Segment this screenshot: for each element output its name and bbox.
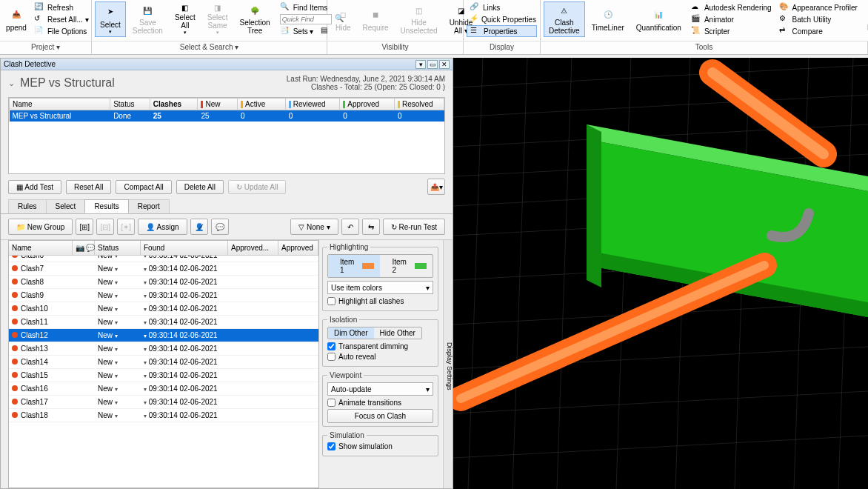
- tab-rules[interactable]: Rules: [8, 199, 47, 213]
- clash-row[interactable]: Clash10New ▾▾ 09:30:14 02-06-2021: [9, 302, 318, 316]
- found-dropdown-icon[interactable]: ▾: [144, 413, 147, 419]
- col-approved[interactable]: Approved: [340, 99, 395, 110]
- group-button[interactable]: [⊞]: [76, 219, 93, 235]
- quick-properties-button[interactable]: ⚡Quick Properties: [467, 13, 537, 25]
- unassign-button[interactable]: 👤̸: [190, 219, 208, 235]
- clash-row[interactable]: Clash12New ▾▾ 09:30:14 02-06-2021: [9, 329, 318, 342]
- item2-toggle[interactable]: Item 2: [380, 255, 432, 277]
- status-dropdown-icon[interactable]: ▾: [115, 386, 118, 393]
- clash-row[interactable]: Clash14New ▾▾ 09:30:14 02-06-2021: [9, 356, 318, 369]
- animate-transitions-checkbox[interactable]: Animate transitions: [327, 399, 433, 407]
- status-dropdown-icon[interactable]: ▾: [115, 333, 118, 339]
- status-dropdown-icon[interactable]: ▾: [115, 319, 118, 326]
- status-dropdown-icon[interactable]: ▾: [115, 359, 118, 366]
- append-button[interactable]: 📥 ppend: [3, 1, 30, 37]
- col-active[interactable]: Active: [237, 99, 285, 110]
- save-selection-button[interactable]: 💾Save Selection: [127, 1, 168, 37]
- status-dropdown-icon[interactable]: ▾: [115, 346, 118, 353]
- found-dropdown-icon[interactable]: ▾: [144, 319, 147, 326]
- auto-reveal-checkbox[interactable]: Auto reveal: [327, 353, 433, 361]
- col-reviewed[interactable]: Reviewed: [285, 99, 340, 110]
- comment-button[interactable]: 💬: [211, 219, 229, 235]
- import-export-button[interactable]: 📤▾: [427, 179, 445, 195]
- highlight-all-checkbox[interactable]: Highlight all clashes: [327, 297, 433, 305]
- clash-row[interactable]: Clash17New ▾▾ 09:30:14 02-06-2021: [9, 396, 318, 409]
- clash-row[interactable]: Clash6New ▾▾ 09:30:14 02-06-2021: [9, 256, 318, 262]
- select-same-button[interactable]: ◨Select Same▾: [202, 1, 233, 37]
- reset-all-button[interactable]: ↺Reset All... ▾: [31, 13, 92, 25]
- found-dropdown-icon[interactable]: ▾: [144, 293, 147, 299]
- display-settings-flyout[interactable]: Display Settings: [443, 240, 453, 488]
- clash-row[interactable]: Clash15New ▾▾ 09:30:14 02-06-2021: [9, 369, 318, 382]
- focus-on-clash-button[interactable]: Focus on Clash: [327, 409, 433, 423]
- tab-select[interactable]: Select: [46, 199, 86, 213]
- autodesk-rendering-button[interactable]: ☁Autodesk Rendering: [688, 1, 775, 13]
- found-dropdown-icon[interactable]: ▾: [144, 333, 147, 339]
- results-col-approvedby[interactable]: Approved...: [228, 241, 278, 255]
- hide-other-toggle[interactable]: Hide Other: [374, 327, 421, 339]
- filter-none-button[interactable]: ▽ None ▾: [290, 219, 338, 235]
- col-resolved[interactable]: Resolved: [394, 99, 444, 110]
- tab-report[interactable]: Report: [128, 199, 170, 213]
- animator-button[interactable]: 🎬Animator: [688, 13, 775, 25]
- assign-button[interactable]: 👤 Assign: [138, 219, 187, 235]
- select-all-button[interactable]: ◧Select All▾: [170, 1, 201, 37]
- clash-row[interactable]: Clash13New ▾▾ 09:30:14 02-06-2021: [9, 342, 318, 356]
- compare-button[interactable]: ⇄Compare: [776, 25, 861, 37]
- results-col-icons[interactable]: 📷💬: [73, 241, 95, 255]
- refresh-button[interactable]: 🔄Refresh: [31, 1, 92, 13]
- clash-row[interactable]: Clash8New ▾▾ 09:30:14 02-06-2021: [9, 276, 318, 289]
- col-status[interactable]: Status: [110, 99, 150, 110]
- test-row[interactable]: MEP vs Structural Done 25 25 0 0 0 0: [10, 110, 444, 122]
- found-dropdown-icon[interactable]: ▾: [144, 399, 147, 406]
- results-col-approved[interactable]: Approved: [278, 241, 318, 255]
- col-clashes[interactable]: Clashes: [150, 99, 198, 110]
- appearance-profiler-button[interactable]: 🎨Appearance Profiler: [776, 1, 861, 13]
- col-name[interactable]: Name: [10, 99, 110, 110]
- 3d-viewport[interactable]: [453, 58, 868, 489]
- status-dropdown-icon[interactable]: ▾: [115, 373, 118, 379]
- clash-detective-button[interactable]: ⚠Clash Detective: [544, 1, 585, 37]
- undo-button[interactable]: ↶: [341, 219, 359, 235]
- links-button[interactable]: 🔗Links: [467, 1, 537, 13]
- delete-all-button[interactable]: Delete All: [176, 180, 224, 194]
- data-button[interactable]: 🗃Data: [862, 1, 868, 37]
- project-group-label[interactable]: Project ▾: [0, 41, 92, 54]
- compact-all-button[interactable]: Compact All: [116, 180, 171, 194]
- found-dropdown-icon[interactable]: ▾: [144, 373, 147, 379]
- clash-row[interactable]: Clash18New ▾▾ 09:30:14 02-06-2021: [9, 409, 318, 422]
- panel-titlebar[interactable]: Clash Detective ▾ ▭ ✕: [1, 59, 453, 70]
- panel-pin-icon[interactable]: ▭: [427, 60, 438, 69]
- clash-row[interactable]: Clash11New ▾▾ 09:30:14 02-06-2021: [9, 316, 318, 329]
- show-simulation-checkbox[interactable]: Show simulation: [327, 442, 433, 450]
- found-dropdown-icon[interactable]: ▾: [144, 266, 147, 273]
- dim-other-toggle[interactable]: Dim Other: [328, 327, 374, 339]
- scripter-button[interactable]: 📜Scripter: [688, 25, 775, 37]
- panel-close-icon[interactable]: ✕: [439, 60, 450, 69]
- quick-find-input[interactable]: [280, 14, 332, 24]
- results-grid[interactable]: Name 📷💬 Status Found Approved... Approve…: [8, 240, 319, 488]
- tests-grid[interactable]: Name Status Clashes New Active Reviewed …: [8, 97, 445, 174]
- ungroup-button[interactable]: [⊟]: [96, 219, 114, 235]
- results-col-status[interactable]: Status: [95, 241, 141, 255]
- item1-toggle[interactable]: Item 1: [328, 255, 380, 277]
- status-dropdown-icon[interactable]: ▾: [115, 399, 118, 406]
- found-dropdown-icon[interactable]: ▾: [144, 359, 147, 366]
- hide-unselected-button[interactable]: ◫Hide Unselected: [395, 1, 443, 37]
- selection-tree-button[interactable]: 🌳Selection Tree: [235, 1, 276, 37]
- status-dropdown-icon[interactable]: ▾: [115, 266, 118, 273]
- status-dropdown-icon[interactable]: ▾: [115, 279, 118, 286]
- found-dropdown-icon[interactable]: ▾: [144, 279, 147, 286]
- select-button[interactable]: ➤Select▾: [95, 1, 126, 37]
- found-dropdown-icon[interactable]: ▾: [144, 306, 147, 313]
- new-group-button[interactable]: 📁 New Group: [8, 219, 73, 235]
- found-dropdown-icon[interactable]: ▾: [144, 346, 147, 353]
- quantification-button[interactable]: 📊Quantification: [631, 1, 687, 37]
- highlight-color-combo[interactable]: Use item colors▾: [327, 281, 433, 294]
- results-col-name[interactable]: Name: [9, 241, 73, 255]
- timeliner-button[interactable]: 🕒TimeLiner: [587, 1, 630, 37]
- update-all-button[interactable]: ↻ Update All: [228, 180, 286, 194]
- clash-row[interactable]: Clash9New ▾▾ 09:30:14 02-06-2021: [9, 289, 318, 302]
- status-dropdown-icon[interactable]: ▾: [115, 256, 118, 259]
- reset-all-button[interactable]: Reset All: [66, 180, 111, 194]
